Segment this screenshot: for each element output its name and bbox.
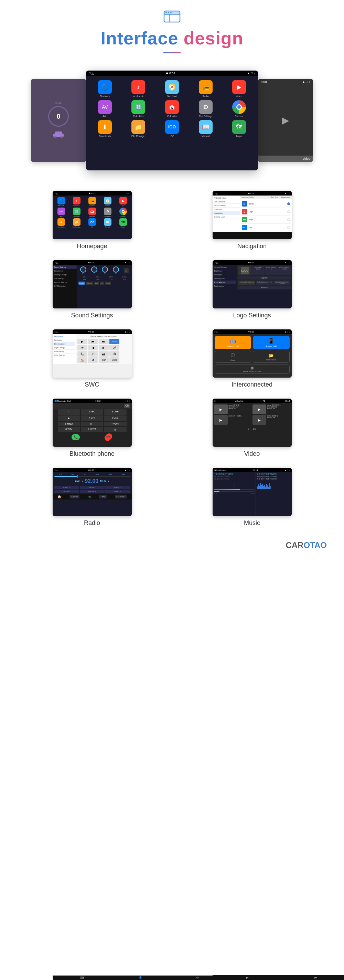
logo-sb-bright[interactable]: Brightness [213, 269, 236, 273]
app-calculator[interactable]: 🔢 Calculator [123, 100, 154, 118]
swc-btn-power[interactable]: ⏻ [109, 351, 119, 356]
fm-freq-left[interactable]: ❮ [82, 480, 83, 482]
bt-call-reject[interactable]: 📞 [103, 432, 114, 442]
bt-backspace[interactable]: ⌫ [124, 404, 130, 408]
inter-qr[interactable]: ▦ Mobile phone QR code [215, 364, 290, 374]
radio-fm1[interactable]: FM1 [99, 495, 107, 498]
swc-btn-back[interactable]: ↩ [88, 351, 98, 356]
sound-sb-car[interactable]: Car Settings [53, 277, 77, 280]
hp-app-vid[interactable]: ▶ video [116, 197, 130, 207]
swc-btn-reload[interactable]: ↺ [88, 357, 98, 363]
hp-app-music[interactable]: ♪ localmusic [70, 197, 84, 207]
swc-sb-steer[interactable]: Steering Learn [53, 342, 75, 346]
swc-sb-nav[interactable]: Navigation [53, 338, 75, 342]
sound-sb-sound[interactable]: Sound Settings [53, 266, 77, 269]
app-igo[interactable]: IGO IGO [157, 120, 187, 137]
hp-app-calc[interactable]: 🔢 Calculator [70, 208, 84, 217]
swc-btn-prev[interactable]: ⏮ [88, 339, 98, 344]
preset-custom[interactable]: Custom [78, 282, 85, 285]
nav-sidebar-vol[interactable]: Volume Settings [212, 204, 240, 208]
app-manual[interactable]: 📖 Manual [190, 120, 221, 137]
swc-btn-play[interactable]: ▶ [78, 339, 87, 344]
logo-sb-nav[interactable]: Navigation [213, 273, 236, 277]
app-radio[interactable]: 📻 Radio [190, 80, 221, 97]
preset-87[interactable]: FM 87.5 [54, 486, 79, 489]
navi-app-igo[interactable]: iGO iGO [241, 224, 291, 231]
nav-sidebar-navi[interactable]: Navigation [212, 212, 240, 215]
music-pl-3[interactable]: 外音-爱到不能走了3D环绕 [257, 478, 291, 480]
bt-key-3[interactable]: 3 DEF [104, 409, 126, 415]
eq-toggle[interactable]: ◈ [124, 268, 128, 273]
bt-key-6[interactable]: 6 MNO [58, 422, 80, 426]
app-avin[interactable]: AV Avin [89, 100, 120, 118]
video-item-1[interactable]: ▶ name: 16.发哥... time: 00:04:53 format: … [214, 404, 252, 414]
app-netnavi[interactable]: 🧭 Net Navi [157, 80, 187, 97]
bt-call-accept[interactable]: 📞 [71, 434, 80, 440]
radio-search[interactable]: Search [70, 495, 79, 498]
swc-btn-mic[interactable]: 🎤 [109, 345, 119, 350]
app-bluetooth[interactable]: 🔵 Bluetooth [89, 80, 120, 97]
radio-strong[interactable]: STRONG [115, 495, 127, 498]
hp-app-bt[interactable]: 🔵 Bluetooth [54, 197, 68, 207]
app-filemanager[interactable]: 📁 File Manager [123, 120, 154, 137]
animation-btn[interactable]: Animation [238, 286, 291, 289]
logo-sb-vol[interactable]: Volume Settings [213, 266, 236, 269]
swc-sb-bright[interactable]: Brightness [53, 334, 75, 338]
radio-home[interactable]: 🏠 [57, 495, 61, 498]
sound-sb-android[interactable]: Android Settings [53, 280, 77, 284]
app-calendar[interactable]: 📅 Calendar [157, 100, 187, 118]
swc-sb-other[interactable]: Other Settings [53, 353, 75, 357]
hp-app-navi[interactable]: 🧭 Net Navi [100, 197, 115, 207]
inter-iphone[interactable]: 📱 iPhone WiFi [253, 336, 290, 349]
app-video[interactable]: ▶ video [224, 80, 255, 97]
preset-classical[interactable]: Classical [86, 282, 93, 285]
sound-sb-factory[interactable]: Factory Settings [53, 273, 77, 277]
inter-file[interactable]: 📂 File Receiver [253, 351, 290, 363]
nav-sidebar-android[interactable]: Android Settings [212, 196, 240, 200]
navi-app-sygic[interactable]: S Sygic [241, 208, 291, 216]
bt-key-0[interactable]: 0 + [81, 422, 103, 426]
swc-btn-right[interactable]: ▶ [99, 345, 109, 350]
bt-key-9[interactable]: 9 WXYZ [81, 427, 103, 432]
preset-99[interactable]: FM 99.1 [80, 486, 105, 489]
radio-prev[interactable]: ⏮ [88, 495, 91, 498]
swc-btn-refresh[interactable]: ⟳ [78, 345, 87, 350]
swc-btn-left[interactable]: ◀ [88, 345, 98, 350]
sound-sb-gps[interactable]: GPS Detection [53, 284, 77, 288]
inter-about[interactable]: ⓘ About [215, 351, 252, 363]
app-downloads[interactable]: ⬇ Downloads [89, 120, 120, 137]
logo-set-btn[interactable]: Logo Set [238, 277, 291, 280]
swc-sb-radio[interactable]: Radio setting [53, 350, 75, 353]
music-pl-1[interactable]: 外音-别到不能走了3d环绕 [257, 473, 291, 475]
hp-app-igo[interactable]: IGO IGO [85, 218, 100, 228]
video-item-3[interactable]: ▶ name: 24 一定要... [214, 415, 252, 425]
hp-app-manual[interactable]: 📖 Manual [100, 218, 115, 228]
swc-btn-mode[interactable]: MODE [109, 357, 119, 363]
radio-sygic[interactable] [287, 210, 290, 213]
hp-app-maps[interactable]: 🗺 Maps [116, 218, 130, 228]
radio-maps[interactable] [287, 218, 290, 221]
preset-95[interactable]: FM 95.1 [105, 486, 130, 489]
nav-sidebar-steer[interactable]: Steering Learn [212, 215, 240, 219]
inter-android[interactable]: 🤖 Android USB [215, 336, 252, 349]
nav-sidebar-gps[interactable]: GPS Detection [212, 200, 240, 204]
swc-btn-gps[interactable]: GPS [109, 339, 119, 344]
app-localmusic[interactable]: ♪ localmusic [123, 80, 154, 97]
app-carsettings[interactable]: ⚙ Car Settings [190, 100, 221, 118]
preset-default[interactable]: Default [105, 282, 111, 285]
logo-sb-radio[interactable]: Radio setting [213, 284, 236, 288]
hp-app-set[interactable]: ⚙ Car Settings [100, 208, 115, 217]
hp-app-fm[interactable]: 📁 File Manager [70, 218, 84, 228]
preset-105[interactable]: FM 105.1 [54, 490, 79, 493]
navi-app-navitel[interactable]: N Navitel [241, 200, 291, 208]
navi-app-maps[interactable]: 🗺 Maps [241, 216, 291, 224]
logo-sb-logo[interactable]: Logo Settings [213, 280, 236, 284]
bt-key-star[interactable]: ★ [58, 415, 80, 421]
sound-sb-sys[interactable]: System Info [53, 269, 77, 273]
swc-btn-phone[interactable]: 📞 [78, 351, 87, 356]
hp-app-cal[interactable]: 📅 Calendar [85, 208, 100, 217]
hp-app-chrome[interactable]: Chrome [116, 208, 130, 217]
swc-btn-home[interactable]: 🏠 [78, 357, 87, 363]
preset-875[interactable]: FM 87.5 [105, 490, 130, 493]
app-chrome[interactable]: Chrome [224, 100, 255, 118]
